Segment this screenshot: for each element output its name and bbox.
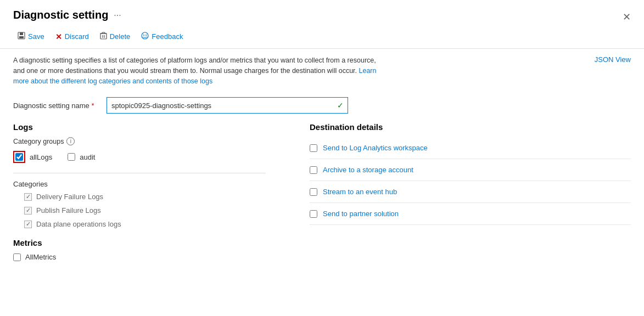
main-content: Logs Category groups i allLogs audit xyxy=(0,122,644,266)
info-text: A diagnostic setting specifies a list of… xyxy=(13,55,376,86)
delete-icon xyxy=(100,32,107,41)
discard-icon: ✕ xyxy=(55,32,62,41)
alllogs-label[interactable]: allLogs xyxy=(30,153,52,161)
delivery-failure-check-icon: ✓ xyxy=(26,193,31,200)
log-categories-link[interactable]: more about the different log categories … xyxy=(13,77,212,85)
alllogs-highlight-border xyxy=(13,151,25,163)
log-analytics-label[interactable]: Send to Log Analytics workspace xyxy=(323,144,428,152)
diagnostic-setting-dialog: Diagnostic setting ··· ✕ Save ✕ Discard … xyxy=(0,0,644,316)
destination-partner-solution: Send to partner solution xyxy=(310,203,631,225)
setting-name-label: Diagnostic setting name * xyxy=(13,101,101,110)
log-analytics-checkbox[interactable] xyxy=(310,144,317,152)
info-text-line1: A diagnostic setting specifies a list of… xyxy=(13,57,376,64)
svg-rect-1 xyxy=(20,32,23,35)
metrics-section-title: Metrics xyxy=(13,238,277,247)
delivery-failure-label: Delivery Failure Logs xyxy=(36,193,103,201)
allmetrics-checkbox-row: AllMetrics xyxy=(13,253,277,261)
feedback-label: Feedback xyxy=(152,32,183,41)
input-valid-icon: ✓ xyxy=(337,101,344,110)
destination-event-hub: Stream to an event hub xyxy=(310,181,631,203)
dialog-header: Diagnostic setting ··· ✕ xyxy=(0,0,644,26)
svg-rect-2 xyxy=(19,36,24,38)
discard-button[interactable]: ✕ Discard xyxy=(51,30,93,44)
data-plane-label: Data plane operations logs xyxy=(36,220,121,228)
delete-button[interactable]: Delete xyxy=(96,29,135,44)
dialog-ellipsis: ··· xyxy=(114,10,121,20)
partner-solution-checkbox[interactable] xyxy=(310,210,317,218)
dialog-title: Diagnostic setting xyxy=(13,9,108,21)
publish-failure-check-icon: ✓ xyxy=(26,207,31,214)
delivery-failure-checkbox: ✓ xyxy=(24,193,32,201)
data-plane-checkbox: ✓ xyxy=(24,221,32,228)
logs-section-title: Logs xyxy=(13,122,277,132)
required-marker: * xyxy=(91,101,94,110)
discard-label: Discard xyxy=(65,32,89,41)
category-groups-info-icon[interactable]: i xyxy=(66,137,75,145)
save-button[interactable]: Save xyxy=(13,29,49,44)
publish-failure-label: Publish Failure Logs xyxy=(36,206,101,215)
storage-account-checkbox[interactable] xyxy=(310,166,317,174)
audit-label[interactable]: audit xyxy=(80,153,95,161)
alllogs-checkbox-row: allLogs xyxy=(13,151,52,163)
save-label: Save xyxy=(28,32,44,41)
data-plane-check-icon: ✓ xyxy=(26,221,31,228)
json-view-link[interactable]: JSON View xyxy=(595,55,631,64)
publish-failure-checkbox: ✓ xyxy=(24,207,32,215)
setting-name-row: Diagnostic setting name * ✓ xyxy=(0,93,644,122)
delete-label: Delete xyxy=(110,32,131,41)
info-text-line2: and one or more destinations that you wo… xyxy=(13,67,376,75)
svg-point-7 xyxy=(142,32,148,39)
storage-account-label[interactable]: Archive to a storage account xyxy=(323,166,413,174)
info-section: A diagnostic setting specifies a list of… xyxy=(0,49,644,93)
event-hub-checkbox[interactable] xyxy=(310,188,317,196)
event-hub-label[interactable]: Stream to an event hub xyxy=(323,188,397,196)
audit-checkbox-row: audit xyxy=(68,153,95,161)
svg-point-8 xyxy=(143,35,144,36)
categories-label: Categories xyxy=(13,180,277,188)
destination-storage-account: Archive to a storage account xyxy=(310,159,631,181)
save-icon xyxy=(18,32,25,41)
toolbar: Save ✕ Discard Delete Feedback xyxy=(0,26,644,49)
feedback-icon xyxy=(141,32,149,41)
data-plane-ops-row: ✓ Data plane operations logs xyxy=(24,220,277,228)
audit-checkbox[interactable] xyxy=(68,153,75,161)
partner-solution-label[interactable]: Send to partner solution xyxy=(323,210,399,218)
publish-failure-logs-row: ✓ Publish Failure Logs xyxy=(24,206,277,215)
setting-name-input[interactable] xyxy=(107,97,348,114)
close-button[interactable]: ✕ xyxy=(620,9,633,25)
allmetrics-label[interactable]: AllMetrics xyxy=(25,253,56,261)
svg-rect-3 xyxy=(100,33,107,39)
feedback-button[interactable]: Feedback xyxy=(137,29,187,44)
delivery-failure-logs-row: ✓ Delivery Failure Logs xyxy=(24,193,277,201)
right-panel: Destination details Send to Log Analytic… xyxy=(310,122,631,266)
left-panel: Logs Category groups i allLogs audit xyxy=(13,122,277,266)
alllogs-checkbox[interactable] xyxy=(15,153,23,161)
allmetrics-checkbox[interactable] xyxy=(13,253,21,261)
svg-point-9 xyxy=(145,35,147,36)
destination-title: Destination details xyxy=(310,122,631,132)
setting-name-input-wrap: ✓ xyxy=(107,97,348,114)
destination-log-analytics: Send to Log Analytics workspace xyxy=(310,137,631,159)
learn-more-link[interactable]: Learn xyxy=(359,67,377,75)
metrics-section: Metrics AllMetrics xyxy=(13,238,277,261)
category-groups-label: Category groups i xyxy=(13,137,277,145)
